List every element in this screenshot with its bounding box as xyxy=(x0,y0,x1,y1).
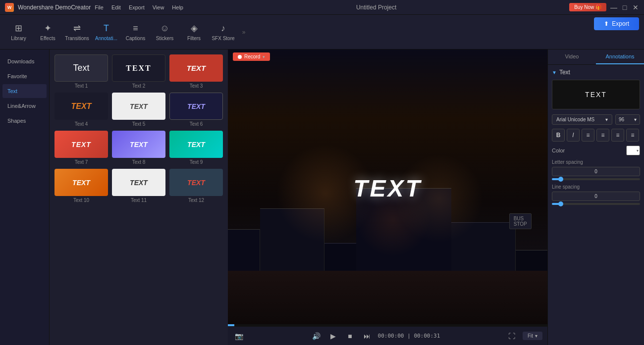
toolbar-transitions[interactable]: ⇌ Transitions xyxy=(63,17,91,47)
annotation-label-11: Text 11 xyxy=(112,197,165,203)
tab-annotations[interactable]: Annotations xyxy=(596,49,644,64)
annotations-panel: Text Text 1 TEXT Text 2 TEXT Text 3 xyxy=(50,49,228,345)
preview-right-controls: ⛶ Fit ▾ xyxy=(506,330,542,342)
sidebar-item-shapes[interactable]: Shapes xyxy=(2,114,47,128)
toolbar-more[interactable]: » xyxy=(239,17,249,47)
preview-props-area: Record ▾ xyxy=(228,49,644,345)
align-left-button[interactable]: ≡ xyxy=(582,129,594,142)
annotation-item-12[interactable]: TEXT Text 12 xyxy=(169,169,223,203)
line-spacing-row: Line spacing xyxy=(552,184,640,205)
menu-export[interactable]: Export xyxy=(129,4,145,10)
line-spacing-slider[interactable] xyxy=(552,203,640,205)
fit-button[interactable]: Fit ▾ xyxy=(523,332,542,340)
letter-spacing-label: Letter spacing xyxy=(552,159,640,165)
color-swatch[interactable]: ▾ xyxy=(626,146,640,155)
annotation-item-10[interactable]: TEXT Text 10 xyxy=(54,169,108,203)
annotation-thumb-3: TEXT xyxy=(169,54,223,82)
align-center-button[interactable]: ≡ xyxy=(596,129,609,142)
toolbar-sfxstore[interactable]: ♪ SFX Store xyxy=(210,17,237,47)
annotations-icon: T xyxy=(104,23,109,34)
annotation-thumb-2: TEXT xyxy=(112,54,165,82)
record-dot xyxy=(238,55,242,59)
sidebar-item-text[interactable]: Text xyxy=(2,84,47,98)
annotation-label-4: Text 4 xyxy=(54,121,108,127)
play-button[interactable]: ▶ xyxy=(327,330,339,342)
bold-button[interactable]: B xyxy=(552,129,565,142)
menu-view[interactable]: View xyxy=(153,4,164,10)
letter-spacing-slider[interactable] xyxy=(552,178,640,180)
screenshot-button[interactable]: 📷 xyxy=(233,330,245,342)
annotation-thumb-8: TEXT xyxy=(112,131,165,158)
toolbar-library[interactable]: ⊞ Library xyxy=(5,17,32,47)
annotation-label-9: Text 9 xyxy=(169,159,223,165)
next-frame-button[interactable]: ⏭ xyxy=(361,330,373,342)
annotation-item-7[interactable]: TEXT Text 7 xyxy=(54,131,108,165)
annotation-item-5[interactable]: TEXT Text 5 xyxy=(112,93,165,127)
toolbar-effects[interactable]: ✦ Effects xyxy=(34,17,61,47)
left-panel: Downloads Favorite Text Line&Arrow Shape… xyxy=(0,49,228,345)
annotation-thumb-1: Text xyxy=(54,54,108,82)
annotation-item-11[interactable]: TEXT Text 11 xyxy=(112,169,165,203)
letter-spacing-input[interactable] xyxy=(552,167,640,176)
tab-video[interactable]: Video xyxy=(548,49,596,64)
italic-button[interactable]: I xyxy=(567,129,580,142)
format-row: B I ≡ ≡ ≡ xyxy=(552,129,640,142)
font-size-select[interactable]: 96 ▾ xyxy=(615,114,640,125)
annotation-item-9[interactable]: TEXT Text 9 xyxy=(169,131,223,165)
text-preview-box[interactable]: TEXT xyxy=(552,80,640,109)
annotation-item-2[interactable]: TEXT Text 2 xyxy=(112,54,165,89)
maximize-button[interactable]: □ xyxy=(621,4,628,11)
annotation-item-6[interactable]: TEXT Text 6 xyxy=(169,93,223,127)
volume-button[interactable]: 🔊 xyxy=(311,330,322,342)
color-chevron-icon: ▾ xyxy=(637,148,640,153)
align-justify-button[interactable]: ≡ xyxy=(626,129,639,142)
export-button[interactable]: ⬆ Export xyxy=(594,17,639,30)
align-right-button[interactable]: ≡ xyxy=(611,129,624,142)
menu-bar: File Edit Export View Help xyxy=(95,4,183,10)
stop-button[interactable]: ■ xyxy=(344,330,356,342)
font-size-row: Arial Unicode MS ▾ 96 ▾ xyxy=(552,114,640,125)
letter-spacing-thumb xyxy=(558,177,563,182)
menu-file[interactable]: File xyxy=(95,4,104,10)
toolbar-annotations[interactable]: T Annotati... xyxy=(93,17,120,47)
sidebar-item-downloads[interactable]: Downloads xyxy=(2,54,47,68)
project-title: Untitled Project xyxy=(356,4,396,11)
props-content: ▼ Text TEXT Arial Unicode MS ▾ xyxy=(548,65,644,345)
titlebar-right: Buy Now 🎁 — □ ✕ xyxy=(569,3,639,11)
annotation-item-1[interactable]: Text Text 1 xyxy=(54,54,108,89)
properties-panel: Video Annotations ▼ Text TEXT xyxy=(547,49,644,345)
toolbar-captions[interactable]: ≡ Captions xyxy=(122,17,149,47)
preview-canvas: BUS STOP TEXT xyxy=(228,49,547,326)
font-select[interactable]: Arial Unicode MS ▾ xyxy=(552,114,612,125)
annotation-thumb-7: TEXT xyxy=(54,131,108,158)
size-chevron-icon: ▾ xyxy=(634,117,637,122)
annotation-item-4[interactable]: TEXT Text 4 xyxy=(54,93,108,127)
annotation-item-3[interactable]: TEXT Text 3 xyxy=(169,54,223,89)
record-button[interactable]: Record ▾ xyxy=(233,52,270,61)
titlebar-left: W Wondershare DemoCreator File Edit Expo… xyxy=(5,3,183,12)
transitions-icon: ⇌ xyxy=(73,23,81,34)
annotation-item-8[interactable]: TEXT Text 8 xyxy=(112,131,165,165)
fullscreen-button[interactable]: ⛶ xyxy=(506,330,518,342)
menu-edit[interactable]: Edit xyxy=(111,4,121,10)
app-name: Wondershare DemoCreator xyxy=(18,4,91,11)
annotation-label-5: Text 5 xyxy=(112,121,165,127)
annotation-thumb-5: TEXT xyxy=(112,93,165,120)
time-current: 00:00:00 | 00:00:31 xyxy=(378,333,440,339)
sidebar-item-favorite[interactable]: Favorite xyxy=(2,69,47,83)
toolbar-filters[interactable]: ◈ Filters xyxy=(180,17,208,47)
close-button[interactable]: ✕ xyxy=(632,4,639,11)
menu-help[interactable]: Help xyxy=(172,4,183,10)
toolbar-stickers[interactable]: ☺ Stickers xyxy=(151,17,178,47)
line-spacing-input[interactable] xyxy=(552,192,640,201)
annotation-label-1: Text 1 xyxy=(54,83,108,89)
minimize-button[interactable]: — xyxy=(610,4,617,11)
annotation-label-7: Text 7 xyxy=(54,159,108,165)
annotation-label-3: Text 3 xyxy=(169,83,223,89)
line-spacing-thumb xyxy=(558,201,563,206)
annotation-label-12: Text 12 xyxy=(169,197,223,203)
annotation-label-2: Text 2 xyxy=(112,83,165,89)
buy-now-button[interactable]: Buy Now 🎁 xyxy=(569,3,606,11)
main-area: Downloads Favorite Text Line&Arrow Shape… xyxy=(0,49,644,345)
sidebar-item-linearrow[interactable]: Line&Arrow xyxy=(2,99,47,113)
